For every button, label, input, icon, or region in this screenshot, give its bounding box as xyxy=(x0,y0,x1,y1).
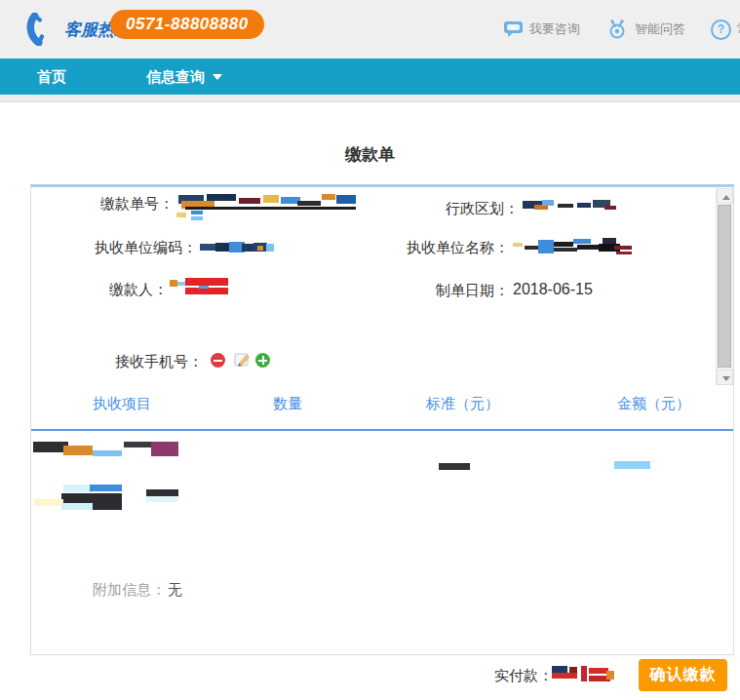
table-header-quantity: 数量 xyxy=(273,395,302,413)
extra-info-label: 附加信息： xyxy=(93,581,166,600)
table-header-amount: 金额（元） xyxy=(617,395,690,413)
scroll-up-button[interactable] xyxy=(717,188,733,204)
chevron-down-icon xyxy=(213,74,222,80)
field-label-bill-date: 制单日期： xyxy=(436,282,509,300)
confirm-payment-button[interactable]: 确认缴款 xyxy=(639,659,727,691)
table-header-item: 执收项目 xyxy=(93,395,151,413)
nav-item-home[interactable]: 首页 xyxy=(37,58,66,95)
table-header-divider xyxy=(31,429,733,431)
nav-bar: 首页 信息查询 xyxy=(0,58,740,95)
extra-info-value: 无 xyxy=(168,581,182,600)
scroll-down-button[interactable] xyxy=(717,369,733,385)
consult-link-label: 我要咨询 xyxy=(529,20,580,38)
smart-qa-link-label: 智能问答 xyxy=(635,20,685,38)
chat-bubble-icon xyxy=(503,20,524,38)
phone-icon xyxy=(25,13,58,46)
bill-date-value: 2018-06-15 xyxy=(513,281,593,298)
top-links: 我要咨询 智能问答 ? 常 xyxy=(503,0,740,58)
table-header-standard: 标准（元） xyxy=(426,395,499,413)
payment-form-panel: 缴款单号： 行政区划： 执收单位编码： xyxy=(30,184,734,655)
field-label-unit-code: 执收单位编码： xyxy=(95,239,197,257)
robot-icon xyxy=(605,19,629,40)
field-label-bill-number: 缴款单号： xyxy=(100,195,174,214)
field-label-admin-division: 行政区划： xyxy=(446,200,519,218)
top-header: 客服热线 0571-88808880 我要咨询 智能问答 xyxy=(0,0,740,58)
nav-item-info-query[interactable]: 信息查询 xyxy=(146,58,222,95)
actual-payment-label: 实付款： xyxy=(494,667,553,685)
page: 客服热线 0571-88808880 我要咨询 智能问答 xyxy=(0,0,740,700)
field-label-payer: 缴款人： xyxy=(109,281,168,299)
faq-link[interactable]: ? 常 xyxy=(711,19,740,40)
remove-phone-icon[interactable] xyxy=(211,353,225,368)
page-title: 缴款单 xyxy=(0,143,740,166)
nav-item-info-query-label: 信息查询 xyxy=(146,68,205,85)
vertical-scrollbar[interactable] xyxy=(716,188,733,385)
scrollbar-thumb[interactable] xyxy=(718,205,731,368)
consult-link[interactable]: 我要咨询 xyxy=(503,20,580,38)
add-phone-icon[interactable] xyxy=(255,353,270,368)
edit-phone-icon[interactable] xyxy=(234,352,251,368)
field-label-receive-phone: 接收手机号： xyxy=(115,353,203,371)
field-label-unit-name: 执收单位名称： xyxy=(407,239,509,257)
question-circle-icon: ? xyxy=(711,19,731,40)
nav-divider xyxy=(0,95,740,102)
hotline-number-badge: 0571-88808880 xyxy=(110,10,264,39)
smart-qa-link[interactable]: 智能问答 xyxy=(605,19,685,40)
